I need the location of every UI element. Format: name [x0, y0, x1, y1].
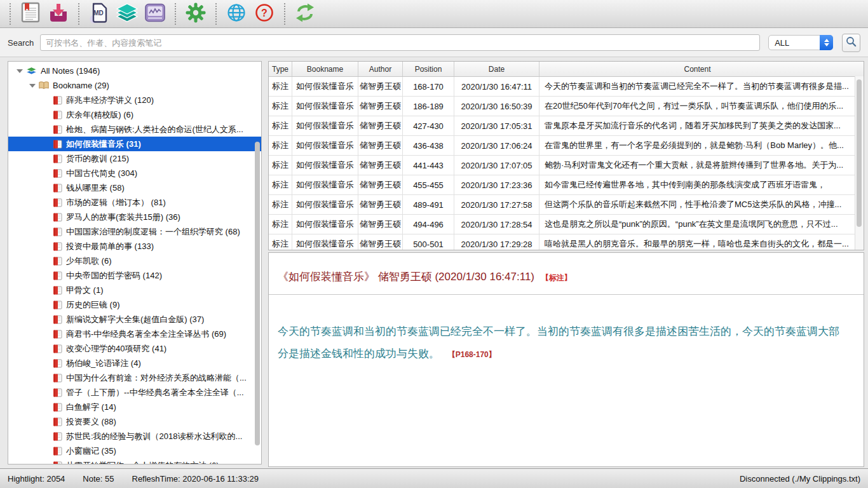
cell-position: 427-430: [403, 116, 454, 135]
sidebar-tree-item[interactable]: 苏世民:我的经验与教训（2018读桥水达利欧的...: [8, 429, 261, 444]
sidebar-tree-item[interactable]: 管子（上下册）--中华经典名著全本全注全译（...: [8, 385, 261, 400]
markdown-export-button[interactable]: MD: [86, 1, 112, 27]
sidebar-item-label: 中国古代简史 (304): [66, 168, 137, 179]
cell-author: 储智勇王硕: [358, 195, 403, 214]
sidebar-tree-item[interactable]: 庆余年(精校版) (6): [8, 107, 261, 122]
sidebar-tree-item[interactable]: 新编说文解字大全集(超值白金版) (37): [8, 312, 261, 327]
disclosure-triangle-icon[interactable]: [29, 84, 36, 88]
sidebar-scrollbar[interactable]: [255, 142, 260, 445]
table-row[interactable]: 标注 如何假装懂音乐 储智勇王硕 455-455 2020/1/30 17:23…: [269, 175, 864, 195]
cell-type: 标注: [269, 116, 292, 135]
column-header-author[interactable]: Author: [358, 62, 403, 76]
table-row[interactable]: 标注 如何假装懂音乐 储智勇王硕 427-430 2020/1/30 17:05…: [269, 116, 864, 136]
cell-bookname: 如何假装懂音乐: [292, 175, 358, 194]
sidebar-tree-item[interactable]: 薛兆丰经济学讲义 (120): [8, 93, 261, 107]
sidebar-tree-item[interactable]: 如何假装懂音乐 (31): [8, 137, 261, 151]
column-header-position[interactable]: Position: [403, 62, 454, 76]
table-row[interactable]: 标注 如何假装懂音乐 储智勇王硕 489-491 2020/1/30 17:27…: [269, 195, 864, 215]
search-go-button[interactable]: [842, 34, 860, 52]
globe-icon: [227, 3, 246, 25]
sidebar-tree-item[interactable]: 改变心理学的40项研究 (41): [8, 341, 261, 356]
disclosure-triangle-icon[interactable]: [17, 69, 23, 73]
settings-button[interactable]: [183, 1, 208, 27]
sidebar-tree-item[interactable]: 中国国家治理的制度逻辑：一个组织学研究 (68): [8, 224, 261, 239]
svg-text:MD: MD: [93, 10, 104, 17]
cell-position: 186-189: [403, 97, 454, 116]
sidebar-tree-item[interactable]: 杨伯峻_论语译注 (4): [8, 356, 261, 370]
cell-date: 2020/1/30 17:06:24: [454, 136, 539, 155]
website-button[interactable]: [224, 1, 249, 27]
book-tree: All Notes (1946): [8, 62, 261, 464]
column-header-type[interactable]: Type: [269, 62, 292, 76]
sidebar-tree-item[interactable]: 货币的教训 (215): [8, 151, 261, 166]
red-book-icon: [53, 213, 62, 222]
gear-icon: [186, 3, 206, 25]
cell-type: 标注: [269, 136, 292, 155]
note-detail-title: 《如何假装懂音乐》 储智勇王硕 (2020/1/30 16:47:11) 【标注…: [278, 269, 853, 284]
table-row[interactable]: 标注 如何假装懂音乐 储智勇王硕 441-443 2020/1/30 17:07…: [269, 156, 864, 175]
sidebar-item-label: 如何假装懂音乐 (31): [66, 139, 141, 150]
red-book-icon: [53, 125, 62, 134]
cell-author: 储智勇王硕: [358, 175, 403, 194]
table-row[interactable]: 标注 如何假装懂音乐 储智勇王硕 168-170 2020/1/30 16:47…: [269, 77, 864, 97]
sidebar-tree-item[interactable]: 商君书-中华经典名著全本全注全译丛书 (69): [8, 327, 261, 341]
layers-button[interactable]: [114, 1, 140, 27]
sidebar-tree-item[interactable]: 投资要义 (88): [8, 414, 261, 429]
sidebar-tree-item[interactable]: 市场的逻辑（增订本） (81): [8, 195, 261, 210]
column-header-content[interactable]: Content: [539, 62, 855, 76]
statistics-button[interactable]: [142, 1, 168, 27]
sidebar-tree-item[interactable]: 白鱼解字 (14): [8, 400, 261, 414]
sidebar-tree-item[interactable]: 历史的巨镜 (9): [8, 297, 261, 312]
notes-table: Type Bookname Author Position Date Conte…: [268, 61, 864, 250]
sidebar-tree-item[interactable]: 枪炮、病菌与钢铁:人类社会的命运(世纪人文系...: [8, 122, 261, 137]
sidebar-tree-item[interactable]: 钱从哪里来 (58): [8, 180, 261, 195]
notes-button[interactable]: [18, 1, 43, 27]
red-book-icon: [53, 140, 62, 149]
cell-content: 如今雷鬼已经传遍世界各地，其中传到南美的那条线演变成了西班牙语雷鬼，: [539, 175, 855, 194]
cell-date: 2020/1/30 16:47:11: [454, 77, 539, 96]
sidebar-tree-item[interactable]: 从零开始学写作：个人增值的有效方法 (6): [8, 458, 261, 464]
sidebar-tree-item[interactable]: 甲骨文 (1): [8, 283, 261, 297]
cell-type: 标注: [269, 195, 292, 214]
filter-dropdown[interactable]: ALL: [768, 35, 833, 50]
sidebar-tree-item[interactable]: 罗马人的故事(套装共15册) (36): [8, 210, 261, 224]
sidebar-item-label: 罗马人的故事(套装共15册) (36): [66, 212, 180, 223]
table-scrollbar-track[interactable]: [855, 76, 864, 250]
sidebar-tree-item[interactable]: 中央帝国的哲学密码 (142): [8, 268, 261, 283]
table-scrollbar-thumb[interactable]: [857, 79, 862, 227]
sidebar-tree-item[interactable]: 小窗幽记 (35): [8, 444, 261, 458]
sidebar-item-label: 市场的逻辑（增订本） (81): [66, 197, 166, 208]
help-button[interactable]: ?: [252, 1, 277, 27]
refresh-button[interactable]: [292, 1, 318, 27]
cell-author: 储智勇王硕: [358, 77, 403, 96]
sidebar: All Notes (1946): [8, 61, 262, 464]
red-book-icon: [53, 184, 62, 193]
markdown-file-icon: MD: [88, 2, 110, 26]
cell-date: 2020/1/30 17:05:31: [454, 116, 539, 135]
sidebar-tree-item[interactable]: 中国古代简史 (304): [8, 166, 261, 180]
table-row[interactable]: 标注 如何假装懂音乐 储智勇王硕 186-189 2020/1/30 16:50…: [269, 97, 864, 116]
sidebar-tree-item[interactable]: Bookname (29): [8, 78, 261, 93]
column-header-date[interactable]: Date: [454, 62, 539, 76]
red-book-icon: [53, 447, 62, 456]
table-row[interactable]: 标注 如何假装懂音乐 储智勇王硕 436-438 2020/1/30 17:06…: [269, 136, 864, 156]
sidebar-tree-item[interactable]: 少年凯歌 (6): [8, 254, 261, 268]
cell-author: 储智勇王硕: [358, 234, 403, 250]
note-page-reference: 【P168-170】: [448, 350, 496, 359]
sidebar-tree-item[interactable]: 中国为什么有前途：对外经济关系的战略潜能（...: [8, 370, 261, 385]
cell-type: 标注: [269, 97, 292, 116]
cell-position: 455-455: [403, 175, 454, 194]
column-header-bookname[interactable]: Bookname: [292, 62, 358, 76]
sidebar-item-label: 苏世民:我的经验与教训（2018读桥水达利欧的...: [66, 431, 242, 442]
search-input[interactable]: [40, 34, 760, 51]
status-highlight-count: Hightlight: 2054: [8, 474, 65, 484]
sidebar-item-label: 枪炮、病菌与钢铁:人类社会的命运(世纪人文系...: [66, 124, 243, 135]
sidebar-tree-item[interactable]: 投资中最简单的事 (133): [8, 239, 261, 254]
import-button[interactable]: [46, 1, 71, 27]
cell-bookname: 如何假装懂音乐: [292, 156, 358, 175]
table-row[interactable]: 标注 如何假装懂音乐 储智勇王硕 494-496 2020/1/30 17:28…: [269, 215, 864, 234]
sidebar-tree-item[interactable]: All Notes (1946): [8, 64, 261, 78]
table-row[interactable]: 标注 如何假装懂音乐 储智勇王硕 500-501 2020/1/30 17:29…: [269, 234, 864, 250]
sidebar-item-label: 新编说文解字大全集(超值白金版) (37): [66, 314, 204, 325]
sidebar-item-label: 甲骨文 (1): [66, 285, 104, 296]
